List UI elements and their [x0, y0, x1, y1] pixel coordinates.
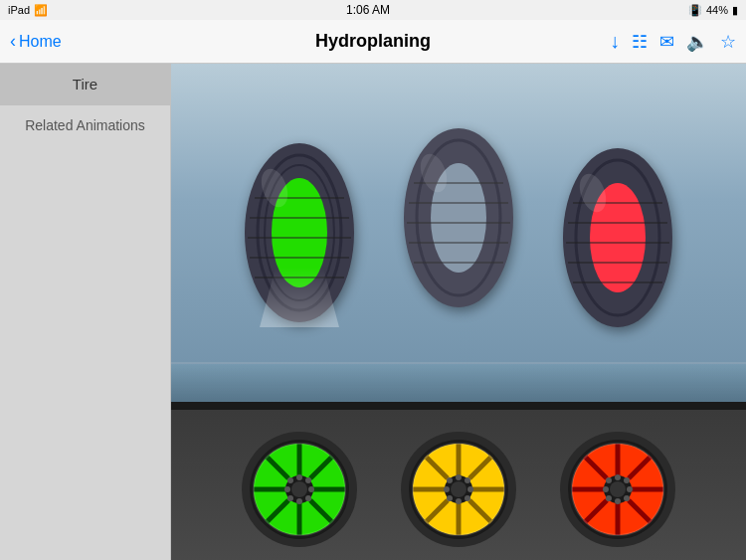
- svg-point-41: [296, 474, 302, 480]
- green-wheel-option[interactable]: [240, 430, 359, 549]
- chevron-left-icon: ‹: [10, 31, 16, 52]
- sidebar: Tire Related Animations: [0, 64, 171, 560]
- svg-point-64: [456, 498, 462, 504]
- svg-point-84: [610, 481, 626, 497]
- red-wheel-svg: [558, 430, 677, 549]
- svg-point-42: [296, 498, 302, 504]
- sidebar-item-related-animations[interactable]: Related Animations: [0, 105, 170, 145]
- time-display: 1:06 AM: [346, 3, 390, 17]
- red-wheel-option[interactable]: [558, 430, 677, 549]
- content-area: [171, 64, 746, 560]
- download-icon[interactable]: ↓: [610, 30, 620, 53]
- grid-icon[interactable]: ☷: [632, 31, 648, 53]
- svg-point-86: [615, 498, 621, 504]
- sidebar-related-label: Related Animations: [25, 117, 145, 133]
- svg-point-89: [606, 477, 612, 483]
- volume-icon[interactable]: 🔈: [686, 31, 708, 53]
- yellow-wheel-option[interactable]: [399, 430, 518, 549]
- svg-point-47: [305, 477, 311, 483]
- wifi-icon: 📶: [34, 4, 48, 17]
- svg-point-70: [447, 495, 453, 501]
- separator-bar: [171, 402, 746, 410]
- status-bar: iPad 📶 1:06 AM 📳 44% ▮: [0, 0, 746, 20]
- battery-display: 44%: [706, 4, 728, 16]
- svg-point-87: [603, 486, 609, 492]
- svg-point-43: [284, 486, 290, 492]
- red-tire-svg: [553, 143, 682, 332]
- svg-point-92: [606, 495, 612, 501]
- red-tire-container: [553, 143, 682, 332]
- svg-point-67: [447, 477, 453, 483]
- svg-point-46: [305, 495, 311, 501]
- svg-point-91: [624, 477, 630, 483]
- svg-point-40: [291, 481, 307, 497]
- svg-point-63: [456, 474, 462, 480]
- svg-point-66: [467, 486, 473, 492]
- svg-point-45: [287, 477, 293, 483]
- back-label: Home: [19, 33, 62, 51]
- center-tire-container: [394, 123, 523, 312]
- center-tire-svg: [394, 123, 523, 312]
- green-tire-container: [235, 138, 364, 327]
- battery-icon: ▮: [732, 4, 738, 17]
- svg-point-68: [465, 495, 470, 501]
- svg-point-62: [451, 481, 466, 497]
- animation-area: [171, 64, 746, 402]
- nav-bar: ‹ Home Hydroplaning ↓ ☷ ✉ 🔈 ☆: [0, 20, 746, 64]
- back-button[interactable]: ‹ Home: [10, 31, 62, 52]
- svg-point-48: [287, 495, 293, 501]
- svg-point-44: [308, 486, 314, 492]
- sidebar-tire-label: Tire: [73, 76, 97, 93]
- mail-icon[interactable]: ✉: [659, 31, 674, 53]
- green-wheel-svg: [240, 430, 359, 549]
- road-surface: [171, 362, 746, 402]
- ipad-label: iPad: [8, 4, 30, 16]
- star-icon[interactable]: ☆: [720, 31, 736, 53]
- sidebar-item-tire[interactable]: Tire: [0, 64, 170, 105]
- svg-point-65: [444, 486, 450, 492]
- svg-point-85: [615, 474, 621, 480]
- svg-point-69: [465, 477, 470, 483]
- svg-point-88: [627, 486, 633, 492]
- main-layout: Tire Related Animations: [0, 64, 746, 560]
- selector-area: [171, 410, 746, 560]
- page-title: Hydroplaning: [315, 31, 431, 52]
- bluetooth-icon: 📳: [688, 4, 702, 17]
- svg-point-90: [624, 495, 630, 501]
- nav-action-icons: ↓ ☷ ✉ 🔈 ☆: [610, 30, 736, 53]
- yellow-wheel-svg: [399, 430, 518, 549]
